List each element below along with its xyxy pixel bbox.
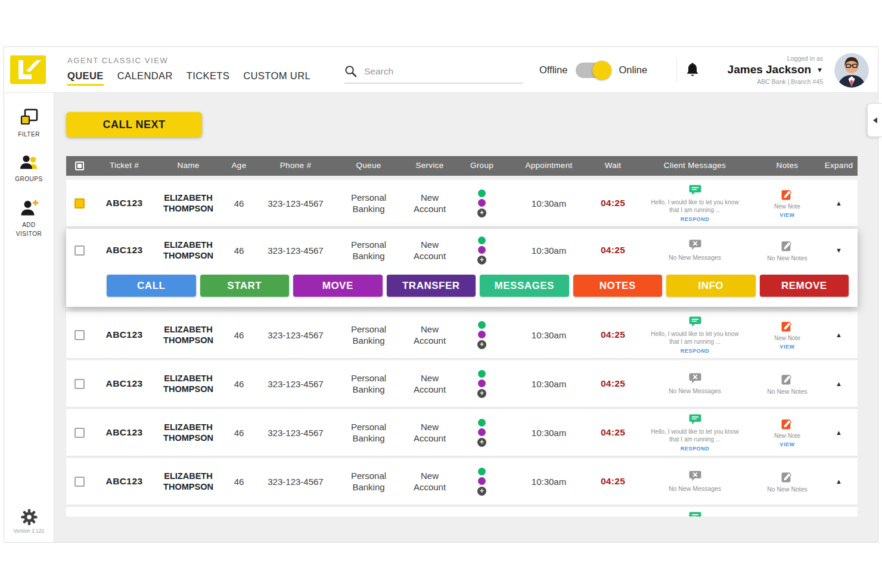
action-move-button[interactable]: MOVE bbox=[293, 275, 383, 297]
row-actions: CALLSTARTMOVETRANSFERMESSAGESNOTESINFORE… bbox=[66, 272, 858, 307]
service-name: New Account bbox=[406, 372, 453, 396]
row-checkbox[interactable] bbox=[74, 330, 85, 340]
group-indicators: + bbox=[477, 370, 486, 398]
add-group-button[interactable]: + bbox=[477, 487, 486, 496]
action-remove-button[interactable]: REMOVE bbox=[760, 275, 849, 297]
row-checkbox[interactable] bbox=[74, 245, 85, 256]
no-notes-icon bbox=[781, 373, 793, 385]
group-dot bbox=[478, 189, 486, 197]
visitor-name: ELIZABETH THOMPSON bbox=[156, 422, 221, 443]
add-group-button[interactable]: + bbox=[477, 209, 486, 217]
no-messages-icon bbox=[689, 373, 701, 384]
client-message: Hello, I would like to let you know that… bbox=[650, 185, 740, 222]
visitor-age: 46 bbox=[234, 428, 244, 438]
add-group-button[interactable]: + bbox=[477, 256, 486, 265]
note-icon bbox=[781, 418, 793, 430]
add-group-button[interactable]: + bbox=[477, 389, 486, 398]
column-header-group: Group bbox=[470, 161, 493, 170]
service-name: New Account bbox=[406, 323, 453, 347]
tab-calendar[interactable]: CALENDAR bbox=[117, 70, 173, 86]
queue-name: Personal Banking bbox=[346, 470, 392, 493]
action-notes-button[interactable]: NOTES bbox=[573, 275, 663, 297]
tab-custom-url[interactable]: CUSTOM URL bbox=[243, 70, 310, 86]
user-menu[interactable]: James Jackson ▼ bbox=[728, 63, 823, 76]
service-name: New Account bbox=[406, 192, 453, 215]
wait-time: 04:25 bbox=[601, 476, 625, 487]
visitor-age: 46 bbox=[234, 379, 244, 389]
row-checkbox[interactable] bbox=[74, 477, 85, 487]
avatar[interactable] bbox=[834, 53, 869, 88]
nav-tabs: QUEUECALENDARTICKETSCUSTOM URL bbox=[67, 70, 310, 86]
tab-queue[interactable]: QUEUE bbox=[67, 70, 104, 86]
search-icon bbox=[344, 65, 357, 77]
group-dot bbox=[478, 331, 486, 338]
search-input[interactable] bbox=[364, 66, 523, 77]
no-notes: No New Notes bbox=[767, 239, 808, 262]
toggle-knob bbox=[592, 61, 611, 80]
client-message: Hello, I would like to let you know that… bbox=[650, 414, 740, 452]
respond-link[interactable]: RESPOND bbox=[681, 446, 710, 452]
expand-toggle[interactable]: ▲ bbox=[836, 380, 842, 387]
row-checkbox[interactable] bbox=[74, 198, 85, 209]
expand-toggle[interactable]: ▲ bbox=[836, 429, 842, 436]
ticket-number: ABC123 bbox=[106, 378, 143, 389]
view-note-link[interactable]: VIEW bbox=[779, 344, 794, 350]
notification-bell-icon[interactable] bbox=[685, 62, 700, 80]
respond-link[interactable]: RESPOND bbox=[681, 348, 710, 354]
visitor-phone: 323-123-4567 bbox=[268, 428, 323, 438]
visitor-phone: 323-123-4567 bbox=[268, 330, 323, 340]
appointment-time: 10:30am bbox=[532, 198, 566, 209]
action-messages-button[interactable]: MESSAGES bbox=[480, 275, 569, 297]
column-header-appointment: Appointment bbox=[525, 161, 572, 170]
visitor-name: ELIZABETH THOMPSON bbox=[156, 192, 221, 214]
note-indicator: New Note VIEW bbox=[742, 188, 833, 219]
visitor-age: 46 bbox=[234, 198, 244, 209]
queue-rows: ABC123 ELIZABETH THOMPSON 46 323-123-456… bbox=[66, 180, 858, 517]
ticket-number: ABC123 bbox=[106, 198, 143, 209]
chevron-down-icon: ▼ bbox=[816, 66, 823, 73]
user-org-label: ABC Bank | Branch #45 bbox=[728, 78, 823, 85]
select-all-checkbox[interactable] bbox=[75, 161, 84, 170]
expand-toggle[interactable]: ▲ bbox=[836, 478, 842, 485]
queue-row: ABC123 ELIZABETH THOMPSON 46 323-123-456… bbox=[66, 360, 858, 407]
expand-toggle[interactable]: ▲ bbox=[836, 331, 842, 338]
sidebar-item-add-visitor[interactable]: ADD VISITOR bbox=[13, 199, 45, 238]
respond-link[interactable]: RESPOND bbox=[681, 216, 710, 222]
visitor-age: 46 bbox=[234, 477, 244, 487]
tab-tickets[interactable]: TICKETS bbox=[187, 70, 229, 86]
row-checkbox[interactable] bbox=[74, 379, 85, 389]
group-dot bbox=[478, 468, 486, 475]
wait-time: 04:25 bbox=[601, 427, 625, 438]
panel-collapse-tab[interactable] bbox=[867, 103, 882, 137]
add-group-button[interactable]: + bbox=[477, 340, 486, 349]
column-header-age: Age bbox=[232, 161, 247, 170]
sidebar-item-groups[interactable]: GROUPS bbox=[15, 154, 42, 183]
expand-toggle[interactable]: ▼ bbox=[836, 247, 842, 254]
sidebar-item-filter[interactable]: FILTER bbox=[18, 108, 40, 139]
view-note-link[interactable]: VIEW bbox=[779, 441, 794, 447]
action-start-button[interactable]: START bbox=[200, 275, 290, 297]
expand-toggle[interactable]: ▲ bbox=[836, 200, 842, 207]
group-indicators: + bbox=[477, 468, 486, 496]
wait-time: 04:25 bbox=[601, 329, 625, 340]
note-icon bbox=[781, 320, 793, 332]
view-note-link[interactable]: VIEW bbox=[779, 212, 794, 218]
main-content: CALL NEXT Ticket #NameAgePhone #QueueSer… bbox=[54, 93, 878, 542]
action-call-button[interactable]: CALL bbox=[107, 275, 196, 297]
column-header-queue: Queue bbox=[356, 161, 381, 170]
add-group-button[interactable]: + bbox=[477, 438, 486, 447]
row-checkbox[interactable] bbox=[74, 428, 85, 438]
settings-gear-icon[interactable] bbox=[20, 508, 38, 526]
action-info-button[interactable]: INFO bbox=[666, 275, 756, 297]
no-notes-icon bbox=[781, 239, 793, 251]
visitor-phone: 323-123-4567 bbox=[268, 245, 323, 256]
select-all-checkbox-mark bbox=[77, 164, 82, 168]
brand-nav-block: AGENT CLASSIC VIEW QUEUECALENDARTICKETSC… bbox=[67, 56, 310, 86]
call-next-button[interactable]: CALL NEXT bbox=[66, 112, 202, 137]
online-toggle[interactable] bbox=[576, 63, 610, 78]
column-header-phone: Phone # bbox=[280, 161, 311, 170]
message-icon bbox=[689, 185, 701, 196]
no-messages: No New Messages bbox=[669, 239, 721, 261]
column-header-notes: Notes bbox=[777, 161, 799, 170]
action-transfer-button[interactable]: TRANSFER bbox=[387, 275, 476, 297]
